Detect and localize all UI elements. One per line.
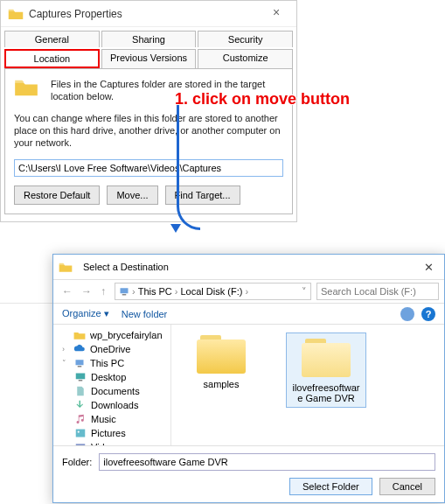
tree-item-thispc[interactable]: ˅This PC [55,356,169,370]
folder-icon [195,333,247,375]
select-destination-dialog: Select a Destination ✕ ← → ↑ › This PC ›… [52,254,445,503]
documents-icon [74,386,87,396]
tab-general[interactable]: General [4,31,100,47]
help-icon[interactable]: ? [421,307,435,321]
folder-icon [14,78,38,97]
selector-body: wp_brycefairylan ›OneDrive ˅This PC Desk… [53,325,444,445]
chevron-right-icon: › [132,286,136,297]
organize-menu[interactable]: Organize ▾ [62,308,109,319]
tree-item-onedrive[interactable]: ›OneDrive [55,342,169,356]
up-icon[interactable]: ↑ [97,285,109,298]
folder-name-input[interactable] [99,453,435,471]
tree-item-documents[interactable]: Documents [55,384,169,398]
search-input[interactable] [316,283,439,300]
selector-title: Select a Destination [83,262,169,272]
downloads-icon [74,400,87,410]
selector-footer: Folder: Select Folder Cancel [53,445,444,502]
arrow-1-head [170,224,181,233]
dialog-titlebar: Captures Properties × [1,1,296,27]
svg-rect-5 [79,380,83,382]
selector-navbar: ← → ↑ › This PC › Local Disk (F:) › ˅ [53,279,444,304]
pc-icon [119,286,129,297]
folder-label: Folder: [62,457,92,467]
svg-rect-0 [121,288,129,293]
folder-icon [73,330,86,340]
tab-sharing[interactable]: Sharing [101,31,197,47]
tab-customize[interactable]: Customize [198,49,293,68]
svg-rect-3 [78,366,82,368]
selector-toolbar: Organize ▾ New folder ? [53,304,444,325]
chevron-down-icon[interactable]: ˅ [302,286,307,298]
dialog-title: Captures Properties [29,8,122,20]
tab-strip: General Sharing Security Location Previo… [1,27,296,68]
annotation-1: 1. click on move button [175,90,350,108]
svg-point-7 [78,430,80,432]
svg-rect-2 [76,360,84,365]
folder-icon [300,337,352,379]
select-folder-button[interactable]: Select Folder [289,478,372,495]
chevron-right-icon: › [245,286,248,297]
cancel-button[interactable]: Cancel [379,478,435,495]
close-icon[interactable]: × [263,5,289,23]
svg-rect-4 [76,374,86,380]
location-path-input[interactable] [14,159,283,177]
svg-rect-6 [76,430,86,438]
back-icon[interactable]: ← [59,285,76,298]
move-button[interactable]: Move... [107,186,157,205]
pc-icon [73,358,86,368]
nav-arrows: ← → ↑ [59,285,109,298]
arrow-1 [177,105,177,228]
folder-icon [8,8,24,20]
view-options-icon[interactable] [400,307,414,321]
restore-default-button[interactable]: Restore Default [14,186,100,205]
pictures-icon [74,428,87,438]
folder-item-samples[interactable]: samples [182,333,261,389]
captures-properties-dialog: Captures Properties × General Sharing Se… [0,0,297,222]
tab-previous-versions[interactable]: Previous Versions [101,49,197,68]
tree-item-music[interactable]: Music [55,412,169,426]
crumb-drive[interactable]: Local Disk (F:) [180,286,242,297]
tree-item-pictures[interactable]: Pictures [55,426,169,440]
nav-tree: wp_brycefairylan ›OneDrive ˅This PC Desk… [53,325,171,445]
folder-item-target[interactable]: ilovefreesoftware Game DVR [287,333,365,407]
tree-item-desktop[interactable]: Desktop [55,370,169,384]
tree-item-downloads[interactable]: Downloads [55,398,169,412]
tab-location[interactable]: Location [4,49,100,68]
crumb-thispc[interactable]: This PC [138,286,172,297]
new-folder-button[interactable]: New folder [122,309,168,319]
music-icon [74,414,87,424]
desktop-icon [74,372,87,382]
tab-security[interactable]: Security [198,31,293,47]
selector-titlebar: Select a Destination ✕ [53,255,444,279]
folder-content: samples ilovefreesoftware Game DVR [171,325,444,445]
chevron-right-icon: › [175,286,178,297]
cloud-icon [73,344,86,354]
tree-item-wp[interactable]: wp_brycefairylan [55,328,169,342]
close-icon[interactable]: ✕ [419,261,439,274]
forward-icon[interactable]: → [78,285,95,298]
location-desc: You can change where files in this folde… [14,112,283,150]
svg-rect-1 [122,294,127,296]
folder-icon [59,262,73,273]
breadcrumb[interactable]: › This PC › Local Disk (F:) › ˅ [115,283,311,300]
